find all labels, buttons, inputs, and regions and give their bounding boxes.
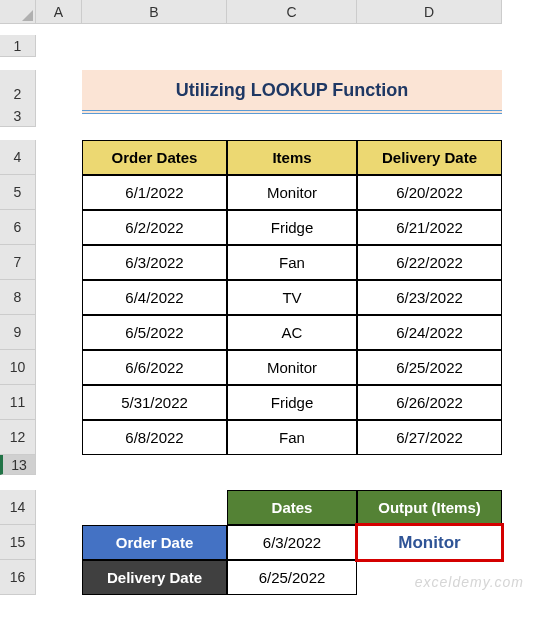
table-cell[interactable]: 6/6/2022 [82, 350, 227, 385]
table-cell[interactable]: 6/25/2022 [357, 350, 502, 385]
cell[interactable] [36, 560, 82, 595]
table-cell[interactable]: 6/20/2022 [357, 175, 502, 210]
row-header-9[interactable]: 9 [0, 315, 36, 350]
row-header-6[interactable]: 6 [0, 210, 36, 245]
row-header-11[interactable]: 11 [0, 385, 36, 420]
cell[interactable] [357, 35, 502, 57]
cell[interactable] [36, 35, 82, 57]
row-header-5[interactable]: 5 [0, 175, 36, 210]
cell[interactable] [36, 385, 82, 420]
table-cell[interactable]: AC [227, 315, 357, 350]
cell[interactable] [36, 175, 82, 210]
lookup-header-dates[interactable]: Dates [227, 490, 357, 525]
cell[interactable] [36, 350, 82, 385]
lookup-header-output[interactable]: Output (Items) [357, 490, 502, 525]
row-header-10[interactable]: 10 [0, 350, 36, 385]
row-header-7[interactable]: 7 [0, 245, 36, 280]
cell[interactable] [36, 280, 82, 315]
table-cell[interactable]: Fridge [227, 385, 357, 420]
table-cell[interactable]: TV [227, 280, 357, 315]
output-cell[interactable]: Monitor [357, 525, 502, 560]
table-cell[interactable]: 6/26/2022 [357, 385, 502, 420]
cell[interactable] [227, 455, 357, 475]
cell[interactable] [82, 455, 227, 475]
table-header-order-dates[interactable]: Order Dates [82, 140, 227, 175]
table-cell[interactable]: Monitor [227, 350, 357, 385]
row-header-13[interactable]: 13 [0, 455, 36, 475]
row-header-15[interactable]: 15 [0, 525, 36, 560]
table-cell[interactable]: 6/21/2022 [357, 210, 502, 245]
cell[interactable] [357, 105, 502, 127]
cell[interactable] [82, 490, 227, 525]
order-date-value[interactable]: 6/3/2022 [227, 525, 357, 560]
table-cell[interactable]: 6/8/2022 [82, 420, 227, 455]
row-header-14[interactable]: 14 [0, 490, 36, 525]
table-header-items[interactable]: Items [227, 140, 357, 175]
table-cell[interactable]: 6/1/2022 [82, 175, 227, 210]
table-cell[interactable]: Fridge [227, 210, 357, 245]
table-cell[interactable]: 6/3/2022 [82, 245, 227, 280]
row-header-8[interactable]: 8 [0, 280, 36, 315]
output-value: Monitor [398, 533, 460, 553]
cell[interactable] [357, 455, 502, 475]
table-cell[interactable]: 6/23/2022 [357, 280, 502, 315]
cell[interactable] [36, 210, 82, 245]
cell[interactable] [82, 35, 227, 57]
row-header-16[interactable]: 16 [0, 560, 36, 595]
cell[interactable] [36, 140, 82, 175]
col-header-b[interactable]: B [82, 0, 227, 24]
row-header-1[interactable]: 1 [0, 35, 36, 57]
row-header-4[interactable]: 4 [0, 140, 36, 175]
cell[interactable] [36, 525, 82, 560]
table-cell[interactable]: 6/4/2022 [82, 280, 227, 315]
col-header-a[interactable]: A [36, 0, 82, 24]
table-cell[interactable]: 6/2/2022 [82, 210, 227, 245]
order-date-label[interactable]: Order Date [82, 525, 227, 560]
cell[interactable] [36, 315, 82, 350]
col-header-d[interactable]: D [357, 0, 502, 24]
cell[interactable] [36, 490, 82, 525]
spreadsheet-grid: A B C D 1 2 Utilizing LOOKUP Function 3 … [0, 0, 536, 595]
table-cell[interactable]: Fan [227, 420, 357, 455]
cell[interactable] [357, 560, 502, 595]
table-cell[interactable]: 6/22/2022 [357, 245, 502, 280]
cell[interactable] [36, 245, 82, 280]
cell[interactable] [82, 105, 227, 127]
cell[interactable] [36, 105, 82, 127]
table-cell[interactable]: Fan [227, 245, 357, 280]
table-cell[interactable]: 6/5/2022 [82, 315, 227, 350]
delivery-date-label[interactable]: Delivery Date [82, 560, 227, 595]
row-header-12[interactable]: 12 [0, 420, 36, 455]
cell[interactable] [36, 455, 82, 475]
cell[interactable] [36, 420, 82, 455]
table-cell[interactable]: 5/31/2022 [82, 385, 227, 420]
table-header-delivery-date[interactable]: Delivery Date [357, 140, 502, 175]
table-cell[interactable]: 6/24/2022 [357, 315, 502, 350]
row-header-3[interactable]: 3 [0, 105, 36, 127]
select-all-corner[interactable] [0, 0, 36, 24]
cell[interactable] [227, 105, 357, 127]
col-header-c[interactable]: C [227, 0, 357, 24]
table-cell[interactable]: Monitor [227, 175, 357, 210]
cell[interactable] [227, 35, 357, 57]
delivery-date-value[interactable]: 6/25/2022 [227, 560, 357, 595]
table-cell[interactable]: 6/27/2022 [357, 420, 502, 455]
